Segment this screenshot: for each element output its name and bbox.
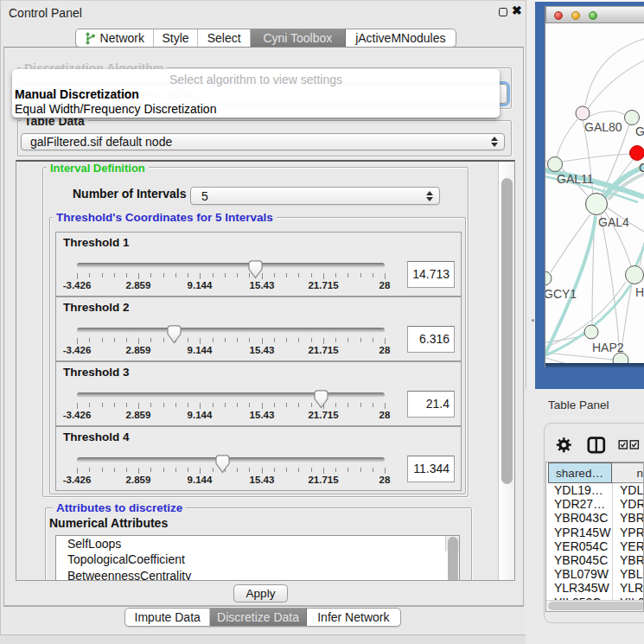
svg-text:GA: GA xyxy=(635,124,644,138)
svg-text:C: C xyxy=(639,161,644,175)
svg-text:GAL11: GAL11 xyxy=(557,172,594,186)
svg-text:HAP2: HAP2 xyxy=(592,341,624,354)
svg-text:H: H xyxy=(635,285,644,299)
svg-text:GAL4: GAL4 xyxy=(598,215,629,229)
svg-text:GCY1: GCY1 xyxy=(545,287,577,301)
svg-text:GAL80: GAL80 xyxy=(584,120,622,134)
